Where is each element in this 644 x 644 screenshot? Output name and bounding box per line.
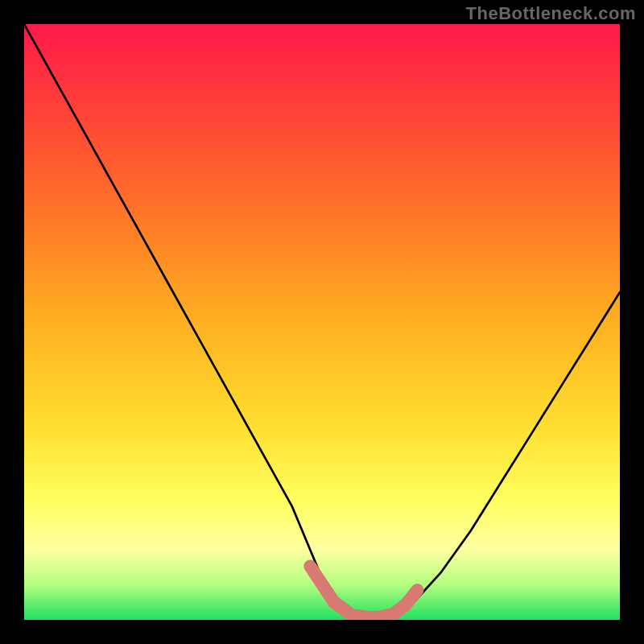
- bottleneck-curve: [24, 24, 620, 620]
- watermark-text: TheBottleneck.com: [466, 3, 636, 24]
- curve-layer: [24, 24, 620, 620]
- highlight-band-flat: [334, 602, 394, 617]
- chart-frame: TheBottleneck.com: [0, 0, 644, 644]
- plot-area: [24, 24, 620, 620]
- highlight-band-left: [310, 566, 334, 601]
- highlight-band-right: [394, 590, 418, 614]
